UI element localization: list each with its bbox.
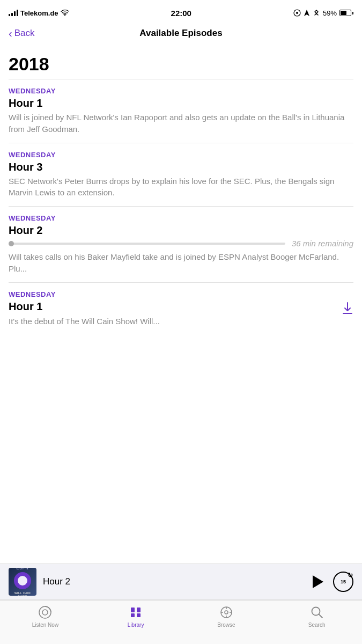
tab-label-listen-now: Listen Now	[32, 622, 58, 628]
status-right: 59%	[293, 9, 353, 17]
tab-label-browse: Browse	[217, 622, 235, 628]
nav-bar: ‹ Back Available Episodes	[0, 24, 362, 45]
year-heading: 2018	[9, 45, 353, 79]
carrier-label: Telekom.de	[20, 9, 58, 17]
tab-label-library: Library	[128, 622, 144, 628]
episode-item[interactable]: WEDNESDAY Hour 2 36 min remaining Will t…	[9, 207, 353, 282]
wifi-icon	[61, 10, 69, 16]
location-icon	[293, 9, 301, 17]
episode-desc: Will takes calls on his Baker Mayfield t…	[9, 251, 353, 275]
episode-item[interactable]: WEDNESDAY Hour 1 It's the debut of The W…	[9, 283, 353, 335]
episode-title: Hour 1	[9, 97, 353, 109]
now-playing-bar[interactable]: ESPN WILL CAIN SHOW Hour 2 15 ↻	[0, 564, 362, 600]
battery-percent: 59%	[323, 9, 337, 17]
tab-label-search: Search	[308, 622, 326, 628]
episode-desc: SEC Network's Peter Burns drops by to ex…	[9, 175, 353, 199]
episode-day: WEDNESDAY	[9, 87, 353, 95]
episode-day: WEDNESDAY	[9, 151, 353, 159]
episode-title: Hour 1	[9, 301, 42, 313]
progress-time: 36 min remaining	[292, 239, 353, 248]
search-icon	[309, 605, 324, 620]
svg-rect-8	[137, 613, 141, 617]
browse-icon	[219, 605, 234, 620]
library-icon	[128, 605, 143, 620]
signal-bars	[9, 10, 18, 16]
thumbnail-inner: ESPN WILL CAIN SHOW	[9, 568, 36, 596]
battery-icon	[339, 10, 353, 16]
skip-forward-button[interactable]: 15 ↻	[333, 572, 353, 592]
svg-rect-7	[131, 613, 135, 617]
episode-item[interactable]: WEDNESDAY Hour 3 SEC Network's Peter Bur…	[9, 143, 353, 207]
episode-item[interactable]: WEDNESDAY Hour 1 Will is joined by NFL N…	[9, 79, 353, 143]
navigation-icon	[304, 9, 310, 17]
svg-line-16	[319, 614, 322, 618]
tab-listen-now[interactable]: Listen Now	[0, 605, 91, 628]
status-time: 22:00	[171, 9, 191, 18]
back-button[interactable]: ‹ Back	[9, 28, 34, 39]
now-playing-title: Hour 2	[43, 576, 301, 587]
download-icon[interactable]	[342, 302, 353, 316]
svg-point-10	[225, 611, 228, 614]
svg-point-1	[296, 12, 298, 14]
episode-desc: It's the debut of The Will Cain Show! Wi…	[9, 316, 353, 327]
status-left: Telekom.de	[9, 9, 69, 17]
now-playing-thumbnail: ESPN WILL CAIN SHOW	[9, 568, 36, 596]
svg-rect-6	[137, 608, 141, 612]
back-chevron-icon: ‹	[9, 28, 12, 39]
page-title: Available Episodes	[139, 28, 222, 39]
main-content: 2018 WEDNESDAY Hour 1 Will is joined by …	[0, 45, 362, 334]
progress-dot	[9, 241, 14, 246]
svg-point-4	[42, 610, 48, 615]
play-button[interactable]	[307, 572, 327, 591]
svg-rect-5	[131, 608, 135, 612]
progress-row: 36 min remaining	[9, 239, 353, 248]
back-label: Back	[14, 28, 35, 39]
episode-header-row: Hour 1	[9, 301, 353, 316]
tab-search[interactable]: Search	[271, 605, 362, 628]
episode-desc: Will is joined by NFL Network's Ian Rapo…	[9, 112, 353, 135]
progress-bar	[9, 243, 285, 245]
episode-day: WEDNESDAY	[9, 214, 353, 222]
episode-day: WEDNESDAY	[9, 290, 353, 298]
tab-browse[interactable]: Browse	[181, 605, 272, 628]
episode-title: Hour 3	[9, 161, 353, 173]
play-icon	[313, 575, 323, 588]
status-bar: Telekom.de 22:00 59%	[0, 0, 362, 24]
tab-bar: Listen Now Library Browse	[0, 600, 362, 644]
episode-title: Hour 2	[9, 224, 353, 237]
tab-library[interactable]: Library	[91, 605, 181, 628]
skip-label: 15	[341, 579, 346, 584]
bluetooth-icon	[313, 9, 320, 17]
skip-arrow-icon: ↻	[348, 572, 353, 579]
listen-now-icon	[38, 605, 53, 620]
